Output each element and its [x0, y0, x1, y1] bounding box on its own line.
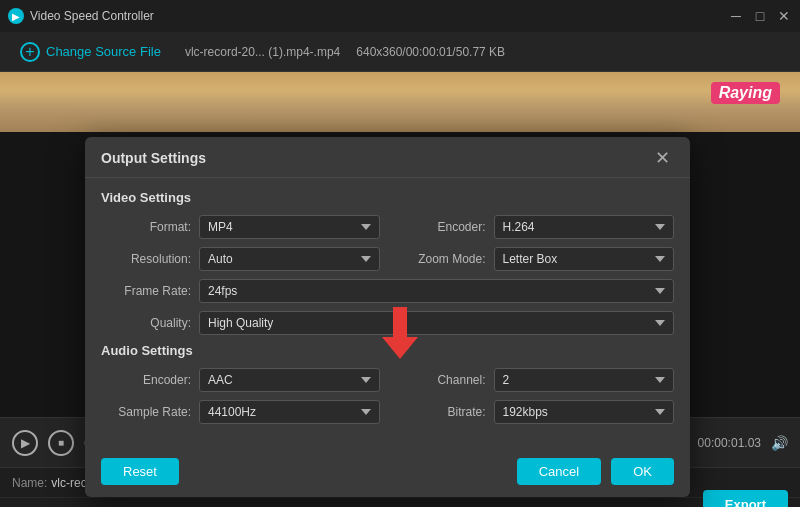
reset-button[interactable]: Reset — [101, 458, 179, 485]
add-icon: + — [20, 42, 40, 62]
volume-icon[interactable]: 🔊 — [771, 435, 788, 451]
audio-settings-grid: Encoder: AAC Channel: 2 Sample Rate: 441… — [101, 368, 674, 424]
file-metadata: 640x360/00:00:01/50.77 KB — [356, 45, 505, 59]
cancel-button[interactable]: Cancel — [517, 458, 601, 485]
zoom-row: Zoom Mode: Letter Box — [396, 247, 675, 271]
quality-row: Quality: High Quality — [101, 311, 674, 335]
title-bar: ▶ Video Speed Controller ─ □ ✕ — [0, 0, 800, 32]
channel-row: Channel: 2 — [396, 368, 675, 392]
resolution-label: Resolution: — [101, 252, 191, 266]
audio-encoder-label: Encoder: — [101, 373, 191, 387]
video-settings-heading: Video Settings — [101, 190, 674, 205]
export-button[interactable]: Export — [703, 490, 788, 507]
format-select[interactable]: MP4 — [199, 215, 380, 239]
format-row: Format: MP4 — [101, 215, 380, 239]
minimize-button[interactable]: ─ — [728, 8, 744, 24]
quality-select[interactable]: High Quality — [199, 311, 674, 335]
bitrate-select[interactable]: 192kbps — [494, 400, 675, 424]
stop-button[interactable]: ■ — [48, 430, 74, 456]
main-content: Output Settings ✕ Video Settings Format:… — [0, 132, 800, 417]
channel-label: Channel: — [396, 373, 486, 387]
channel-select[interactable]: 2 — [494, 368, 675, 392]
app-title: Video Speed Controller — [30, 9, 154, 23]
dialog-close-button[interactable]: ✕ — [651, 147, 674, 169]
quality-label: Quality: — [101, 316, 191, 330]
encoder-select[interactable]: H.264 — [494, 215, 675, 239]
dialog-title: Output Settings — [101, 150, 206, 166]
encoder-label: Encoder: — [396, 220, 486, 234]
framerate-select[interactable]: 24fps — [199, 279, 674, 303]
toolbar: + Change Source File vlc-record-20... (1… — [0, 32, 800, 72]
samplerate-label: Sample Rate: — [101, 405, 191, 419]
play-button[interactable]: ▶ — [12, 430, 38, 456]
zoom-select[interactable]: Letter Box — [494, 247, 675, 271]
audio-settings-heading: Audio Settings — [101, 343, 674, 358]
resolution-select[interactable]: Auto — [199, 247, 380, 271]
video-preview: Raying — [0, 72, 800, 132]
path-bar: Save to: C:\Vidmore\Vidmore Video Conver… — [0, 497, 800, 507]
framerate-row: Frame Rate: 24fps — [101, 279, 674, 303]
dialog-body: Video Settings Format: MP4 Encoder: H.26… — [85, 178, 690, 448]
ok-button[interactable]: OK — [611, 458, 674, 485]
encoder-row: Encoder: H.264 — [396, 215, 675, 239]
samplerate-row: Sample Rate: 44100Hz — [101, 400, 380, 424]
zoom-label: Zoom Mode: — [396, 252, 486, 266]
framerate-label: Frame Rate: — [101, 284, 191, 298]
time-display: 00:00:01.03 — [698, 436, 761, 450]
video-brand-text: Raying — [711, 82, 780, 104]
file-name: vlc-record-20... (1).mp4-.mp4 — [185, 45, 340, 59]
change-source-button[interactable]: + Change Source File — [12, 38, 169, 66]
video-settings-grid: Format: MP4 Encoder: H.264 Resolution: A… — [101, 215, 674, 271]
dialog-header: Output Settings ✕ — [85, 137, 690, 178]
name-label: Name: — [12, 476, 47, 490]
samplerate-select[interactable]: 44100Hz — [199, 400, 380, 424]
dialog-footer: Reset Cancel OK — [85, 448, 690, 497]
app-icon: ▶ — [8, 8, 24, 24]
bitrate-label: Bitrate: — [396, 405, 486, 419]
maximize-button[interactable]: □ — [752, 8, 768, 24]
bitrate-row: Bitrate: 192kbps — [396, 400, 675, 424]
audio-encoder-select[interactable]: AAC — [199, 368, 380, 392]
output-settings-dialog: Output Settings ✕ Video Settings Format:… — [85, 137, 690, 497]
audio-encoder-row: Encoder: AAC — [101, 368, 380, 392]
resolution-row: Resolution: Auto — [101, 247, 380, 271]
video-thumbnail: Raying — [0, 72, 800, 132]
format-label: Format: — [101, 220, 191, 234]
close-button[interactable]: ✕ — [776, 8, 792, 24]
